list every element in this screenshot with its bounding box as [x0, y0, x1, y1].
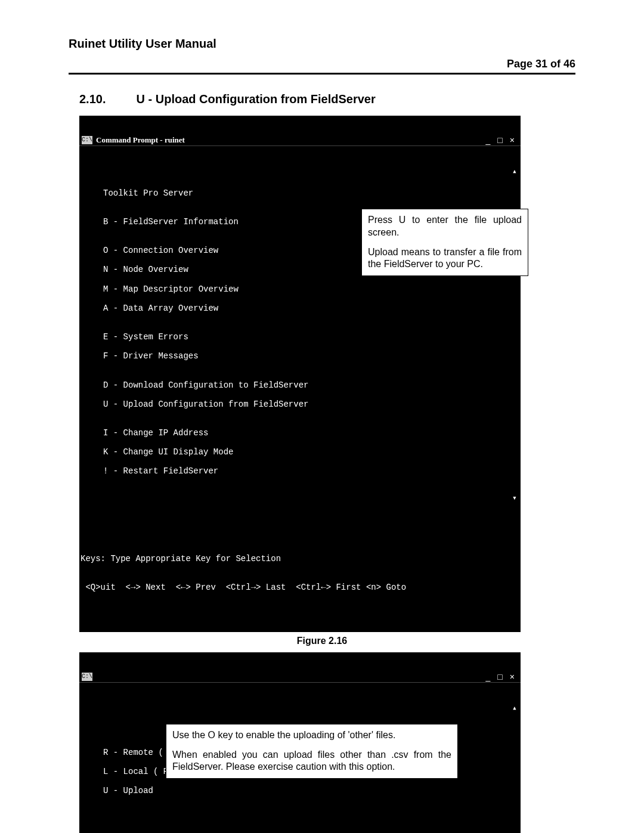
- scrollbar-down-icon[interactable]: ▾: [510, 494, 519, 503]
- terminal-line: Toolkit Pro Server: [79, 188, 521, 198]
- minimize-icon[interactable]: _: [482, 135, 494, 145]
- svg-line-2: [228, 782, 297, 833]
- terminal-menu-item[interactable]: M - Map Descriptor Overview: [79, 284, 521, 294]
- callout-1: Press U to enter the file upload screen.…: [361, 209, 528, 276]
- terminal-menu-item[interactable]: E - System Errors: [79, 332, 521, 342]
- svg-line-1: [169, 782, 205, 833]
- callout-1-text-2: Upload means to transfer a file from the…: [368, 246, 522, 271]
- terminal-menu-item[interactable]: K - Change UI Display Mode: [79, 447, 521, 457]
- terminal-help-line: <Q>uit <→> Next <←> Prev <Ctrl→> Last <C…: [80, 583, 519, 592]
- scrollbar-up-icon[interactable]: ▴: [510, 704, 519, 713]
- terminal-2-wrap: C:\ _ □ × ▴ R - Remote ( FieldServer ) F…: [79, 652, 565, 833]
- terminal-2-titlebar: C:\ _ □ ×: [79, 671, 521, 683]
- terminal-footer: Keys: Type Appropriate Key for Selection…: [79, 524, 521, 613]
- close-icon[interactable]: ×: [506, 135, 518, 145]
- terminal-menu-item[interactable]: ! - Restart FieldServer: [79, 466, 521, 476]
- terminal-menu-item[interactable]: F - Driver Messages: [79, 351, 521, 361]
- terminal-icon: C:\: [82, 673, 92, 681]
- callout-2-text-2: When enabled you can upload files other …: [172, 749, 451, 774]
- callout-2-connector: [169, 782, 300, 833]
- terminal-1-wrap: C:\ Command Prompt - ruinet _ □ × ▴ Tool…: [79, 116, 565, 632]
- terminal-menu-item[interactable]: I - Change IP Address: [79, 428, 521, 438]
- terminal-icon: C:\: [82, 136, 92, 144]
- terminal-1: C:\ Command Prompt - ruinet _ □ × ▴ Tool…: [79, 116, 521, 632]
- maximize-icon[interactable]: □: [494, 135, 506, 145]
- terminal-help-line: Keys: Type Appropriate Key for Selection: [80, 554, 519, 563]
- callout-2: Use the O key to enable the uploading of…: [166, 724, 458, 779]
- callout-1-text-1: Press U to enter the file upload screen.: [368, 214, 522, 239]
- terminal-1-titlebar: C:\ Command Prompt - ruinet _ □ ×: [79, 135, 521, 146]
- page-number: Page 31 of 46: [69, 58, 575, 70]
- close-icon[interactable]: ×: [506, 672, 518, 682]
- scrollbar-up-icon[interactable]: ▴: [510, 168, 519, 176]
- maximize-icon[interactable]: □: [494, 672, 506, 682]
- figure-caption-1: Figure 2.16: [69, 636, 575, 646]
- terminal-menu-item[interactable]: U - Upload: [79, 786, 521, 795]
- terminal-menu-item[interactable]: D - Download Configuration to FieldServe…: [79, 380, 521, 390]
- section-number: 2.10.: [79, 92, 133, 106]
- terminal-menu-item[interactable]: A - Data Array Overview: [79, 304, 521, 313]
- terminal-1-title: Command Prompt - ruinet: [96, 136, 185, 145]
- callout-1-connector: [324, 234, 362, 240]
- section-title: U - Upload Configuration from FieldServe…: [137, 92, 376, 106]
- document-title: Ruinet Utility User Manual: [69, 37, 575, 51]
- callout-2-text-1: Use the O key to enable the uploading of…: [172, 729, 451, 742]
- header-rule: [69, 73, 575, 75]
- terminal-menu-item[interactable]: U - Upload Configuration from FieldServe…: [79, 400, 521, 409]
- minimize-icon[interactable]: _: [482, 672, 494, 682]
